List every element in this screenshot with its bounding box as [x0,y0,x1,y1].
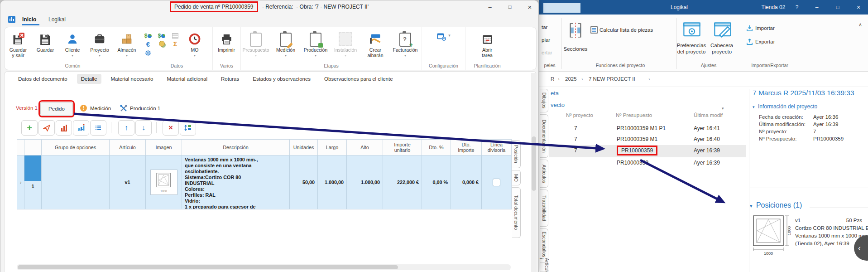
calcular-lista-icon[interactable] [590,26,598,35]
clipped-ribbon-item[interactable]: tar [542,24,547,30]
col-articulo[interactable]: Artículo [110,140,146,155]
main-minimize-button[interactable]: – [810,0,823,15]
clipped-ribbon-item[interactable]: piar [542,37,550,43]
tab-posicion[interactable]: Posición [512,140,521,168]
cell-dto-pct[interactable]: 0,00 % [422,155,451,209]
send-button[interactable] [38,120,55,136]
abrir-tarea-button[interactable]: Abrir tarea [472,29,502,58]
cell-linea-divisoria[interactable] [482,155,511,209]
gear-icon[interactable] [145,50,151,58]
help-button[interactable]: ? [791,0,802,15]
window-gear-icon[interactable] [436,32,446,43]
col-header-proyecto[interactable]: Nº proyecto [566,112,593,118]
secciones-button[interactable]: Secciones [560,46,591,52]
col-imagen[interactable]: Imagen [146,140,182,155]
produccion-button[interactable]: Producción ▾ [301,29,331,58]
tab-documentacion[interactable]: Documentación [540,114,548,158]
document-row[interactable]: 7 PR10000359 M1 Ayer 16:40 [549,136,746,145]
importar-icon[interactable] [746,25,753,33]
facturacion-button[interactable]: ?+ Facturación ▾ [390,29,420,58]
medicion-button[interactable]: Medición ▾ [271,29,301,58]
price-pie-icon[interactable]: $ [144,33,152,39]
scrollbar-thumb[interactable] [18,265,398,269]
importar-button[interactable]: Importar [755,25,775,31]
exportar-icon[interactable] [746,39,753,47]
grid-row[interactable]: › 1 v1 1000 Ventanas 1000 mm x 1000 mm-,… [17,155,512,209]
mo-button[interactable]: MO ▾ [182,29,207,58]
col-largo[interactable]: Largo [318,140,347,155]
col-alto[interactable]: Alto [347,140,383,155]
proyecto-button[interactable]: Proyecto ▾ [86,29,113,58]
exportar-button[interactable]: Exportar [755,39,775,44]
col-header-modif[interactable]: Última modif [694,112,743,118]
delete-row-button[interactable]: × [163,120,179,136]
almacen-button[interactable]: Almacén ▾ [113,29,140,58]
posiciones-section-toggle[interactable]: ▾ Posiciones (1) [750,201,802,209]
col-unidades[interactable]: Unidades [290,140,318,155]
cell-unidades[interactable]: 50,00 [290,155,318,209]
scrollbar-thumb[interactable] [532,136,536,191]
chevron-down-icon[interactable]: ▾ [448,34,451,38]
col-dto-importe[interactable]: Dto. importe [451,140,482,155]
tab-datos-documento[interactable]: Datos del documento [14,74,72,84]
cell-alto[interactable]: 1.000,00 [347,155,383,209]
list-button[interactable] [90,120,106,136]
position-drawing[interactable]: 1000 1000 [753,215,791,266]
tab-detalle[interactable]: Detalle [77,74,101,84]
main-maximize-button[interactable]: □ [831,0,844,15]
clipped-link[interactable]: eta [551,90,559,97]
sort-icon[interactable]: ▾ [722,106,724,111]
horizontal-scrollbar[interactable] [17,264,511,270]
cell-importe-unitario[interactable]: 222,000 € [383,155,422,209]
document-row[interactable]: 7 PR10000359 M1 P1 Ayer 16:41 [549,125,746,134]
breadcrumb-item[interactable]: R [551,76,554,82]
col-grupo-opciones[interactable]: Grupo de opciones [42,140,110,155]
preferencias-proyecto-icon[interactable] [682,20,702,41]
vertical-scrollbar[interactable] [531,73,537,272]
tab-dibujos[interactable]: Dibujos [540,89,548,112]
euro-icon[interactable]: € [146,41,150,48]
col-linea-divisoria[interactable]: Línea divisoria [482,140,511,155]
add-row-button[interactable]: + [21,120,38,136]
info-section-toggle[interactable]: ▾ Información del proyecto [753,103,817,110]
tab-produccion[interactable]: Producción 1 [130,106,160,111]
maximize-button[interactable]: □ [501,1,518,13]
chart-button[interactable] [56,120,72,136]
minimize-button[interactable]: – [481,1,499,13]
cell-articulo[interactable]: v1 [110,155,146,209]
preferencias-proyecto-button[interactable]: Preferencias del proyecto [676,43,707,55]
cabecera-proyecto-button[interactable]: Cabecera proyecto [707,43,736,55]
tab-articulos[interactable]: Artículos [540,160,548,188]
tab-observaciones-cliente[interactable]: Observaciones para el cliente [320,74,397,84]
tab-inicio[interactable]: Inicio [22,16,36,23]
secciones-icon[interactable] [567,22,584,40]
breadcrumb-item[interactable]: 2025 [565,76,577,82]
sigma-icon[interactable]: Σ [173,41,177,47]
cell-descripcion[interactable]: Ventanas 1000 mm x 1000 mm-, que consist… [182,155,290,209]
tab-material-adicional[interactable]: Material adicional [163,74,211,84]
price-pie-icon[interactable]: $ [158,33,166,39]
row-expander[interactable]: › [17,155,24,209]
chart-alt-button[interactable] [73,120,89,136]
tab-articulos-incompletos[interactable]: Artículos i [540,262,548,272]
cell-grupo[interactable] [42,155,110,209]
row-number-cell[interactable]: 1 [24,155,42,209]
tab-logikal[interactable]: Logikal [48,16,66,23]
tab-mo[interactable]: MO [512,170,521,185]
back-circle-button[interactable]: ‹ [854,235,868,261]
document-row[interactable]: PR10000359 Ayer 16:39 [549,160,746,169]
tab-pedido-annotated[interactable]: Pedido [40,102,73,116]
tab-trazabilidad[interactable]: Trazabilidad [540,189,548,227]
calcular-lista-button[interactable]: Calcular lista de piezas [599,27,653,33]
main-close-button[interactable]: × [852,0,865,15]
tab-estados-observaciones[interactable]: Estados y observaciones [249,74,315,84]
col-dto-pct[interactable]: Dto. % [422,140,451,155]
imprimir-button[interactable]: Imprimir [213,29,240,53]
tab-material-necesario[interactable]: Material necesario [107,74,158,84]
tab-escandallos[interactable]: Escandallos [540,228,548,260]
guardar-button[interactable]: Guardar [32,29,59,53]
row-height-button[interactable] [180,120,196,136]
cell-dto-importe[interactable]: 0,000 € [451,155,482,209]
cell-imagen[interactable]: 1000 [146,155,182,209]
clipped-link[interactable]: vecto [551,102,565,108]
